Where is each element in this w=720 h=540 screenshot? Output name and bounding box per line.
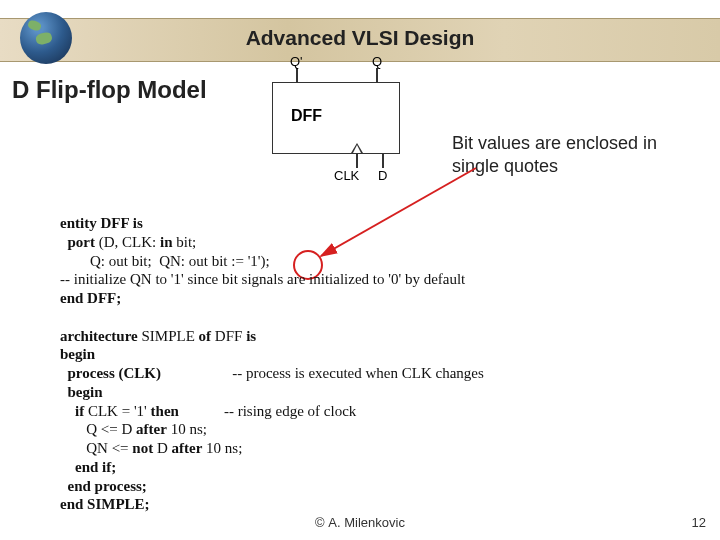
page-number: 12	[692, 515, 706, 530]
vhdl-code: entity DFF is port (D, CLK: in bit; Q: o…	[60, 214, 484, 514]
pin-q-bar: Q'	[290, 54, 303, 69]
code-line: if CLK = '1' then -- rising edge of cloc…	[60, 403, 356, 419]
dff-label: DFF	[291, 107, 322, 125]
code-kw: begin	[60, 384, 103, 400]
footer: © A. Milenkovic	[0, 515, 720, 530]
code-line: Q: out bit; QN: out bit := '1');	[60, 253, 270, 269]
annotation-note: Bit values are enclosed in single quotes	[452, 132, 682, 177]
code-line: port (D, CLK: in bit;	[60, 234, 196, 250]
page-title: D Flip-flop Model	[12, 76, 207, 104]
code-kw: end process;	[60, 478, 147, 494]
code-kw: end DFF;	[60, 290, 121, 306]
code-kw: end SIMPLE;	[60, 496, 150, 512]
dff-box: DFF	[272, 82, 400, 154]
dff-diagram: Q' Q CLK D DFF	[272, 82, 400, 154]
code-kw: begin	[60, 346, 95, 362]
code-kw: end if;	[60, 459, 116, 475]
code-comment: -- initialize QN to '1' since bit signal…	[60, 271, 465, 287]
globe-icon	[20, 12, 72, 64]
code-line: architecture SIMPLE of DFF is	[60, 328, 256, 344]
code-line: Q <= D after 10 ns;	[60, 421, 207, 437]
code-kw: entity DFF is	[60, 215, 143, 231]
footer-author: A. Milenkovic	[328, 515, 405, 530]
pin-q: Q	[372, 54, 382, 69]
code-line: QN <= not D after 10 ns;	[60, 440, 242, 456]
header-title: Advanced VLSI Design	[0, 26, 720, 50]
copyright-icon: ©	[315, 515, 325, 530]
code-line: process (CLK) -- process is executed whe…	[60, 365, 484, 381]
